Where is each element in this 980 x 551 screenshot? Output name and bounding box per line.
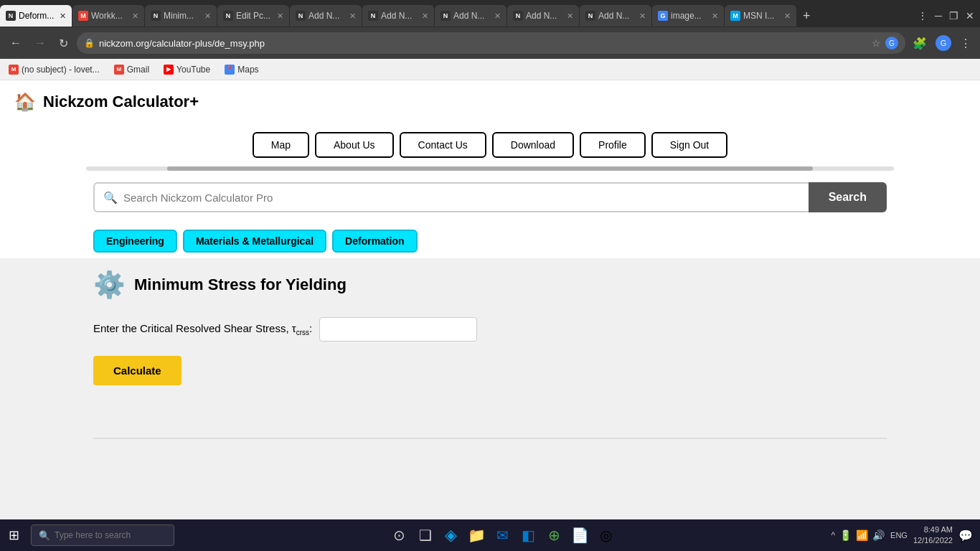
nav-about[interactable]: About Us bbox=[315, 132, 394, 158]
language-label: ENG bbox=[890, 531, 908, 540]
search-input[interactable] bbox=[123, 192, 800, 204]
tray-wifi-icon: 📶 bbox=[856, 529, 868, 541]
taskbar-chrome-icon[interactable]: ◎ bbox=[595, 524, 618, 547]
bookmark-gmail[interactable]: M Gmail bbox=[111, 63, 152, 76]
tab-favicon-add7: N bbox=[440, 11, 451, 21]
tab-deform[interactable]: N Deform... ✕ bbox=[0, 5, 72, 27]
tab-add8[interactable]: N Add N... ✕ bbox=[507, 5, 579, 27]
taskbar-search-icon-btn[interactable]: ⊙ bbox=[388, 524, 411, 547]
bookmark-label-nosubject: (no subject) - lovet... bbox=[22, 65, 100, 75]
tab-close-add6[interactable]: ✕ bbox=[422, 11, 428, 21]
bookmark-favicon-nosubject: M bbox=[9, 65, 19, 75]
tab-close-add5[interactable]: ✕ bbox=[349, 11, 356, 21]
taskbar: ⊞ 🔍 ⊙ ❑ ◈ 📁 ✉ ◧ ⊕ 📄 ◎ ^ 🔋 📶 🔊 ENG 8:49 A… bbox=[0, 519, 980, 551]
tab-close-add7[interactable]: ✕ bbox=[494, 11, 501, 21]
tab-edit[interactable]: N Edit Pc... ✕ bbox=[217, 5, 289, 27]
start-button[interactable]: ⊞ bbox=[0, 527, 28, 543]
calculator-section: ⚙️ Minimum Stress for Yielding Enter the… bbox=[0, 258, 980, 438]
tray-volume-icon: 🔊 bbox=[872, 529, 885, 541]
tab-add9[interactable]: N Add N... ✕ bbox=[580, 5, 651, 27]
taskbar-explorer-icon[interactable]: 📁 bbox=[466, 524, 489, 547]
tab-add7[interactable]: N Add N... ✕ bbox=[435, 5, 507, 27]
bookmark-favicon-gmail: M bbox=[114, 65, 124, 75]
taskbar-xbox-icon[interactable]: ⊕ bbox=[543, 524, 566, 547]
tab-image[interactable]: G image... ✕ bbox=[652, 5, 724, 27]
toolbar-right-icons: 🧩 G ⋮ bbox=[910, 34, 974, 53]
tab-favicon-add8: N bbox=[513, 11, 523, 21]
taskbar-time-display: 8:49 AM bbox=[913, 524, 953, 535]
tab-bar: N Deform... ✕ M Workk... ✕ N Minim... ✕ … bbox=[0, 0, 980, 27]
bookmark-label-maps: Maps bbox=[237, 65, 258, 75]
tab-workk[interactable]: M Workk... ✕ bbox=[72, 5, 144, 27]
tray-chevron[interactable]: ^ bbox=[831, 530, 835, 540]
tab-close-edit[interactable]: ✕ bbox=[277, 11, 283, 21]
tab-close-add9[interactable]: ✕ bbox=[639, 11, 646, 21]
tab-close-deform[interactable]: ✕ bbox=[60, 11, 66, 21]
tab-title-add6: Add N... bbox=[381, 11, 419, 21]
nav-signout[interactable]: Sign Out bbox=[651, 132, 727, 158]
tab-title-workk: Workk... bbox=[91, 11, 129, 21]
back-button[interactable]: ← bbox=[6, 34, 26, 52]
forward-button[interactable]: → bbox=[30, 34, 50, 52]
tag-materials[interactable]: Materials & Metallurgical bbox=[183, 230, 326, 253]
maximize-button[interactable]: ❐ bbox=[949, 10, 958, 22]
taskbar-vscode-icon[interactable]: ◧ bbox=[517, 524, 540, 547]
tab-title-edit: Edit Pc... bbox=[236, 11, 274, 21]
bookmark-youtube[interactable]: ▶ YouTube bbox=[161, 63, 213, 76]
form-row-stress: Enter the Critical Resolved Shear Stress… bbox=[93, 317, 887, 342]
minimize-button[interactable]: ─ bbox=[935, 10, 942, 22]
tab-title-add9: Add N... bbox=[598, 11, 636, 21]
nav-download[interactable]: Download bbox=[492, 132, 574, 158]
taskbar-notepad-icon[interactable]: 📄 bbox=[569, 524, 592, 547]
tab-close-msn[interactable]: ✕ bbox=[784, 11, 791, 21]
tab-close-workk[interactable]: ✕ bbox=[132, 11, 138, 21]
calculate-button[interactable]: Calculate bbox=[93, 356, 182, 385]
profile-circle-icon[interactable]: G bbox=[885, 37, 898, 50]
bookmark-maps[interactable]: 📍 Maps bbox=[222, 63, 261, 76]
bookmark-no-subject[interactable]: M (no subject) - lovet... bbox=[6, 63, 103, 76]
taskbar-search-input[interactable] bbox=[55, 530, 166, 540]
search-button[interactable]: Search bbox=[809, 182, 887, 212]
taskbar-taskview-icon[interactable]: ❑ bbox=[414, 524, 437, 547]
notification-icon[interactable]: 💬 bbox=[958, 529, 973, 542]
calc-form: Enter the Critical Resolved Shear Stress… bbox=[93, 317, 887, 385]
tab-close-minim[interactable]: ✕ bbox=[204, 11, 211, 21]
url-input[interactable]: nickzom.org/calculator-plus/de_msy.php bbox=[99, 38, 872, 49]
bookmark-star-icon[interactable]: ☆ bbox=[872, 37, 881, 49]
nav-profile[interactable]: Profile bbox=[580, 132, 646, 158]
tab-minim[interactable]: N Minim... ✕ bbox=[145, 5, 217, 27]
tray-battery-icon: 🔋 bbox=[839, 529, 852, 541]
address-bar[interactable]: 🔒 nickzom.org/calculator-plus/de_msy.php… bbox=[77, 32, 905, 54]
new-tab-button[interactable]: + bbox=[797, 9, 816, 24]
tab-add6[interactable]: N Add N... ✕ bbox=[362, 5, 434, 27]
nav-map[interactable]: Map bbox=[253, 132, 309, 158]
profile-icon[interactable]: G bbox=[936, 35, 951, 51]
bookmark-label-gmail: Gmail bbox=[127, 65, 149, 75]
tab-close-add8[interactable]: ✕ bbox=[567, 11, 573, 21]
tab-title-minim: Minim... bbox=[164, 11, 202, 21]
taskbar-mail-icon[interactable]: ✉ bbox=[491, 524, 514, 547]
stress-input[interactable] bbox=[319, 317, 477, 342]
taskbar-search-box[interactable]: 🔍 bbox=[31, 524, 174, 546]
tab-title-add7: Add N... bbox=[453, 11, 491, 21]
refresh-button[interactable]: ↻ bbox=[55, 34, 72, 53]
window-controls: ⋮ ─ ❐ ✕ bbox=[918, 10, 980, 22]
bookmark-favicon-maps: 📍 bbox=[225, 65, 235, 75]
tab-add5[interactable]: N Add N... ✕ bbox=[290, 5, 362, 27]
nav-contact[interactable]: Contact Us bbox=[400, 132, 486, 158]
tab-msn[interactable]: M MSN I... ✕ bbox=[725, 5, 796, 27]
tag-engineering[interactable]: Engineering bbox=[93, 230, 177, 253]
tab-favicon-workk: M bbox=[78, 11, 88, 21]
bookmarks-bar: M (no subject) - lovet... M Gmail ▶ YouT… bbox=[0, 59, 980, 80]
tag-deformation[interactable]: Deformation bbox=[332, 230, 417, 253]
calc-logo-icon: ⚙️ bbox=[93, 270, 126, 299]
calc-title: Minimum Stress for Yielding bbox=[134, 276, 347, 294]
close-window-button[interactable]: ✕ bbox=[966, 10, 974, 22]
tab-favicon-add9: N bbox=[585, 11, 595, 21]
footer-line bbox=[93, 438, 887, 439]
extensions-icon[interactable]: 🧩 bbox=[910, 34, 930, 53]
tab-close-image[interactable]: ✕ bbox=[712, 11, 718, 21]
overflow-icon[interactable]: ⋮ bbox=[918, 10, 928, 22]
taskbar-edge-icon[interactable]: ◈ bbox=[440, 524, 463, 547]
menu-icon[interactable]: ⋮ bbox=[957, 34, 974, 53]
